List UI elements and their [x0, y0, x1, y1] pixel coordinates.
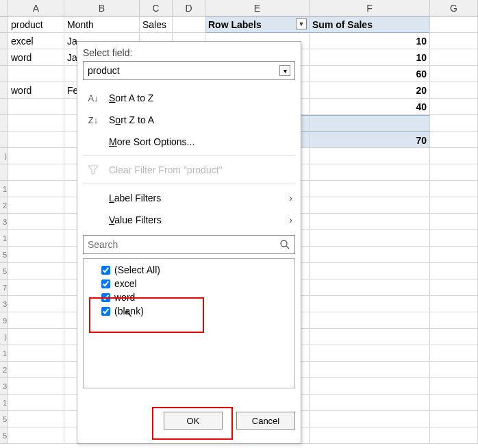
cell-g20[interactable]	[430, 329, 478, 345]
cell-f6[interactable]: 40	[310, 99, 430, 115]
filter-search[interactable]	[83, 235, 295, 254]
col-header-e[interactable]: E	[205, 0, 310, 16]
corner-cell[interactable]	[0, 0, 8, 16]
cell-g8[interactable]	[430, 132, 478, 148]
row-num-17[interactable]: 7	[0, 279, 8, 296]
col-header-g[interactable]: G	[430, 0, 478, 16]
cell-a13[interactable]	[8, 214, 64, 230]
cell-f17[interactable]	[310, 279, 430, 296]
cell-f23[interactable]	[310, 378, 430, 395]
cell-a3[interactable]: word	[8, 49, 64, 66]
filter-search-input[interactable]	[88, 239, 279, 250]
row-num-8[interactable]	[0, 132, 8, 148]
ok-button[interactable]: OK	[164, 412, 223, 430]
check-excel[interactable]: excel	[101, 277, 289, 290]
row-num-22[interactable]: 2	[0, 362, 8, 378]
cell-f14[interactable]	[310, 230, 430, 247]
cell-g3[interactable]	[430, 49, 478, 66]
cell-g22[interactable]	[430, 362, 478, 378]
pivot-row-labels-header[interactable]: Row Labels ▼	[205, 16, 310, 33]
cell-a18[interactable]	[8, 296, 64, 312]
cell-f18[interactable]	[310, 296, 430, 312]
cell-g2[interactable]	[430, 33, 478, 49]
sort-z-to-a[interactable]: Z↓ Sort Z to A	[83, 109, 295, 131]
cell-a16[interactable]	[8, 263, 64, 279]
label-filters[interactable]: Label Filters ›	[83, 187, 295, 209]
row-num-15[interactable]: 5	[0, 247, 8, 263]
row-num-19[interactable]: 9	[0, 312, 8, 329]
cell-a23[interactable]	[8, 378, 64, 395]
more-sort-options[interactable]: More Sort Options...	[83, 131, 295, 153]
row-num-21[interactable]: 1	[0, 345, 8, 362]
cell-a24[interactable]	[8, 395, 64, 411]
pivot-filter-dropdown-icon[interactable]: ▼	[296, 18, 307, 29]
cell-g19[interactable]	[430, 312, 478, 329]
col-header-b[interactable]: B	[64, 0, 140, 16]
cell-a12[interactable]	[8, 197, 64, 214]
row-num-5[interactable]	[0, 82, 8, 99]
cell-g26[interactable]	[430, 427, 478, 444]
cell-f12[interactable]	[310, 197, 430, 214]
cell-a4[interactable]	[8, 66, 64, 82]
cell-g18[interactable]	[430, 296, 478, 312]
cell-f15[interactable]	[310, 247, 430, 263]
row-num-7[interactable]	[0, 115, 8, 132]
cell-a6[interactable]	[8, 99, 64, 115]
col-header-f[interactable]: F	[310, 0, 430, 16]
cell-g7[interactable]	[430, 115, 478, 132]
cell-f24[interactable]	[310, 395, 430, 411]
cell-f16[interactable]	[310, 263, 430, 279]
row-num-16[interactable]: 5	[0, 263, 8, 279]
cell-a7[interactable]	[8, 115, 64, 132]
cell-g15[interactable]	[430, 247, 478, 263]
cell-g11[interactable]	[430, 181, 478, 197]
cell-g1[interactable]	[430, 16, 478, 33]
cell-f19[interactable]	[310, 312, 430, 329]
cell-g14[interactable]	[430, 230, 478, 247]
row-num-26[interactable]: 5	[0, 427, 8, 444]
cancel-button[interactable]: Cancel	[236, 412, 295, 430]
cell-a20[interactable]	[8, 329, 64, 345]
cell-g24[interactable]	[430, 395, 478, 411]
cell-a17[interactable]	[8, 279, 64, 296]
cell-g25[interactable]	[430, 411, 478, 427]
cell-f25[interactable]	[310, 411, 430, 427]
cell-a5[interactable]: word	[8, 82, 64, 99]
cell-f11[interactable]	[310, 181, 430, 197]
cell-f5[interactable]: 20	[310, 82, 430, 99]
cell-f7[interactable]	[310, 115, 430, 132]
cell-d1[interactable]	[173, 16, 205, 33]
cell-f2[interactable]: 10	[310, 33, 430, 49]
cell-g9[interactable]	[430, 148, 478, 164]
cell-a9[interactable]	[8, 148, 64, 164]
row-num-13[interactable]: 3	[0, 214, 8, 230]
cell-f10[interactable]	[310, 164, 430, 181]
check-blank[interactable]: (blank)	[101, 304, 289, 318]
cell-a2[interactable]: excel	[8, 33, 64, 49]
row-num-6[interactable]	[0, 99, 8, 115]
cell-g4[interactable]	[430, 66, 478, 82]
cell-a14[interactable]	[8, 230, 64, 247]
cell-f4[interactable]: 60	[310, 66, 430, 82]
cell-f26[interactable]	[310, 427, 430, 444]
cell-a25[interactable]	[8, 411, 64, 427]
col-header-c[interactable]: C	[140, 0, 173, 16]
cell-c1[interactable]: Sales	[140, 16, 173, 33]
cell-f9[interactable]	[310, 148, 430, 164]
cell-f21[interactable]	[310, 345, 430, 362]
row-num-18[interactable]: 3	[0, 296, 8, 312]
cell-g23[interactable]	[430, 378, 478, 395]
col-header-a[interactable]: A	[8, 0, 64, 16]
cell-a15[interactable]	[8, 247, 64, 263]
field-selector[interactable]: product ▾	[83, 61, 295, 80]
row-num-23[interactable]: 3	[0, 378, 8, 395]
row-num-2[interactable]	[0, 33, 8, 49]
cell-g12[interactable]	[430, 197, 478, 214]
cell-g16[interactable]	[430, 263, 478, 279]
row-num-1[interactable]	[0, 16, 8, 33]
row-num-12[interactable]: 2	[0, 197, 8, 214]
cell-f8[interactable]: 70	[310, 132, 430, 148]
row-num-3[interactable]	[0, 49, 8, 66]
cell-a1[interactable]: product	[8, 16, 64, 33]
sort-a-to-z[interactable]: A↓ Sort A to Z	[83, 87, 295, 109]
